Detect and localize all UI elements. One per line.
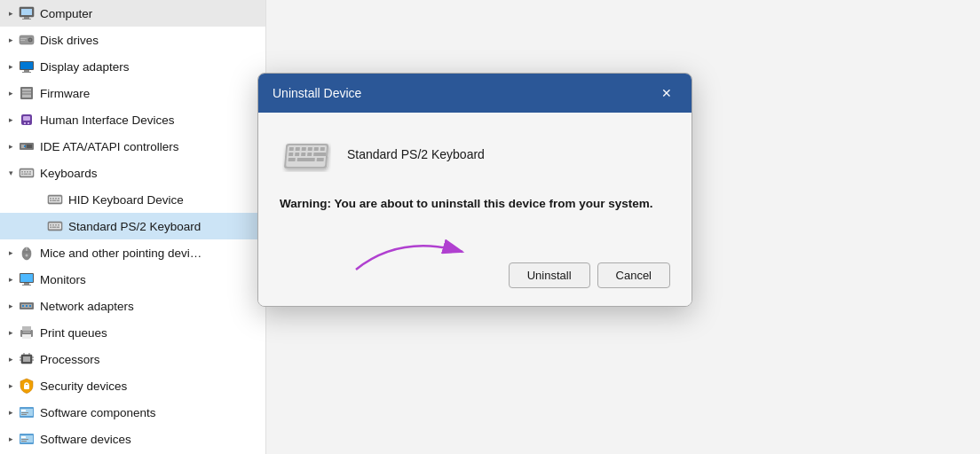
svg-point-24 — [24, 145, 26, 147]
svg-point-62 — [22, 305, 24, 307]
sidebar-item-label: Disk drives — [40, 34, 99, 47]
svg-rect-50 — [52, 227, 57, 229]
svg-rect-23 — [27, 145, 32, 148]
tree-arrow: ▾ — [4, 166, 18, 180]
dialog-close-button[interactable]: ✕ — [656, 82, 677, 104]
svg-rect-104 — [316, 158, 323, 161]
sidebar-item-monitors[interactable]: ▸ Monitors — [0, 266, 265, 293]
svg-point-6 — [29, 39, 31, 41]
keyboard-device-icon — [282, 137, 331, 172]
svg-rect-30 — [29, 171, 31, 173]
device-name: Standard PS/2 Keyboard — [347, 147, 485, 161]
svg-rect-42 — [57, 200, 59, 202]
disk-drives-icon — [18, 31, 36, 49]
svg-rect-11 — [24, 70, 29, 72]
svg-rect-93 — [301, 147, 305, 151]
svg-rect-67 — [22, 334, 31, 339]
svg-rect-32 — [24, 174, 28, 176]
svg-rect-94 — [307, 147, 312, 151]
svg-rect-20 — [28, 122, 29, 124]
keyboard-icon — [18, 164, 36, 182]
tree-arrow: ▸ — [4, 432, 18, 446]
sidebar-item-label: Firmware — [40, 87, 90, 100]
firmware-icon — [18, 84, 36, 102]
svg-rect-81 — [21, 410, 26, 411]
sidebar-item-hid-keyboard[interactable]: HID Keyboard Device — [0, 186, 265, 213]
device-tree: ▸ Computer ▸ Disk drives ▸ Display adapt… — [0, 0, 266, 454]
svg-rect-68 — [23, 332, 30, 333]
svg-rect-10 — [20, 62, 33, 69]
svg-rect-70 — [23, 356, 30, 362]
sidebar-item-software-devices[interactable]: ▸ Software devices — [0, 426, 265, 452]
sidebar-item-computer[interactable]: ▸ Computer — [0, 0, 265, 27]
svg-rect-2 — [24, 17, 29, 19]
sidebar-item-label: Mice and other pointing devi… — [40, 247, 202, 260]
ide-icon — [18, 137, 36, 155]
sidebar-item-print[interactable]: ▸ Print queues — [0, 319, 265, 346]
sidebar-item-security[interactable]: ▸ Security devices — [0, 372, 265, 399]
svg-rect-46 — [52, 224, 54, 226]
sidebar-item-disk-drives[interactable]: ▸ Disk drives — [0, 27, 265, 53]
sidebar-item-processors[interactable]: ▸ Processors — [0, 346, 265, 372]
svg-point-55 — [26, 254, 28, 257]
svg-rect-87 — [21, 439, 28, 440]
uninstall-button[interactable]: Uninstall — [509, 262, 590, 288]
tree-arrow: ▸ — [4, 59, 18, 74]
hid-icon — [18, 111, 36, 129]
sidebar-item-label: Processors — [40, 353, 100, 366]
software-devices-icon — [18, 430, 36, 448]
svg-rect-14 — [22, 89, 31, 98]
tree-arrow: ▸ — [4, 325, 18, 340]
tree-arrow: ▸ — [4, 139, 18, 153]
svg-rect-28 — [24, 171, 26, 173]
svg-rect-29 — [27, 171, 28, 173]
sidebar-item-firmware[interactable]: ▸ Firmware — [0, 80, 265, 106]
hid-keyboard-icon — [46, 191, 64, 208]
sidebar-item-keyboards[interactable]: ▾ Keyboards — [0, 160, 265, 186]
svg-rect-57 — [20, 274, 33, 282]
tree-arrow: ▸ — [4, 86, 18, 100]
svg-rect-47 — [55, 224, 57, 226]
svg-rect-31 — [21, 174, 23, 176]
ps2-keyboard-icon — [46, 217, 64, 235]
svg-rect-38 — [55, 198, 57, 200]
dialog-footer: Uninstall Cancel — [258, 252, 692, 306]
dialog-titlebar: Uninstall Device ✕ — [258, 74, 692, 113]
svg-rect-102 — [288, 158, 295, 161]
tree-arrow: ▸ — [4, 246, 18, 260]
sidebar-item-label: Network adapters — [40, 300, 134, 313]
svg-rect-36 — [50, 198, 51, 200]
svg-rect-49 — [50, 227, 51, 229]
sidebar-item-label: Standard PS/2 Keyboard — [68, 220, 201, 233]
monitors-icon — [18, 270, 36, 288]
sidebar-item-label: Monitors — [40, 273, 86, 286]
svg-rect-59 — [22, 285, 31, 286]
software-components-icon — [18, 403, 36, 421]
display-adapters-icon — [18, 58, 36, 75]
svg-point-63 — [26, 305, 28, 307]
tree-arrow: ▸ — [4, 272, 18, 286]
svg-rect-12 — [22, 72, 31, 73]
uninstall-dialog: Uninstall Device ✕ — [257, 73, 692, 307]
sidebar-item-label: Software devices — [40, 433, 131, 446]
svg-rect-26 — [20, 170, 33, 176]
sidebar-item-label: Human Interface Devices — [40, 114, 175, 127]
svg-rect-97 — [288, 153, 293, 156]
svg-rect-53 — [27, 247, 28, 251]
sidebar-item-mice[interactable]: ▸ Mice and other pointing devi… — [0, 239, 265, 266]
sidebar-item-ps2-keyboard[interactable]: Standard PS/2 Keyboard — [0, 213, 265, 239]
sidebar-item-network[interactable]: ▸ Network adapters — [0, 293, 265, 319]
tree-arrow — [32, 192, 46, 207]
sidebar-item-ide[interactable]: ▸ IDE ATA/ATAPI controllers — [0, 133, 265, 160]
cancel-button[interactable]: Cancel — [597, 262, 670, 288]
svg-rect-91 — [288, 147, 293, 151]
sidebar-item-label: Security devices — [40, 380, 127, 393]
svg-rect-101 — [313, 153, 326, 156]
tree-arrow: ▸ — [4, 113, 18, 127]
tree-arrow: ▸ — [4, 33, 18, 47]
sidebar-item-software-components[interactable]: ▸ Software components — [0, 399, 265, 426]
svg-rect-1 — [21, 9, 32, 15]
svg-rect-8 — [20, 40, 25, 41]
sidebar-item-display-adapters[interactable]: ▸ Display adapters — [0, 53, 265, 80]
sidebar-item-hid[interactable]: ▸ Human Interface Devices — [0, 106, 265, 133]
